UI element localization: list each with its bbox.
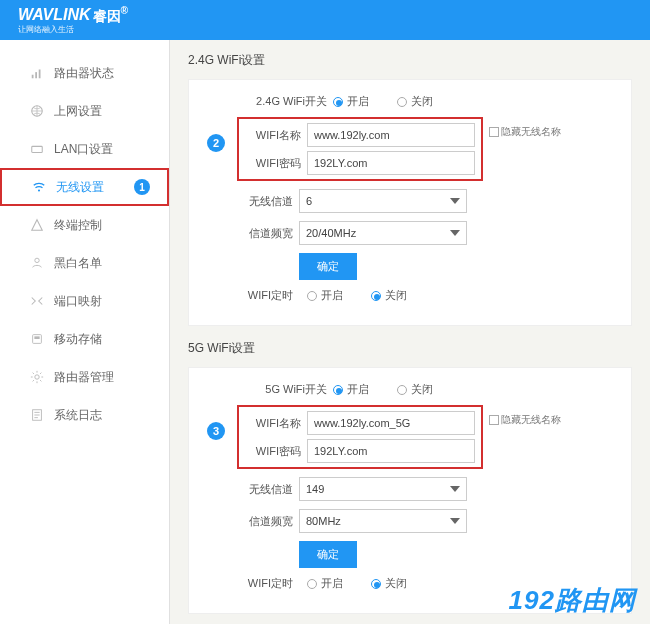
sidebar-item-storage[interactable]: 移动存储 (0, 320, 169, 358)
svg-rect-8 (34, 336, 39, 339)
section-title-5g: 5G WiFi设置 (188, 340, 632, 357)
label-24g-name: WIFI名称 (245, 128, 301, 143)
select-5g-channel[interactable]: 149 (299, 477, 467, 501)
terminal-icon (30, 218, 44, 232)
app-header: WAVLINK睿因® 让网络融入生活 (0, 0, 650, 40)
storage-icon (30, 332, 44, 346)
svg-rect-1 (35, 72, 37, 78)
svg-rect-4 (32, 146, 43, 152)
select-24g-channel[interactable]: 6 (299, 189, 467, 213)
checkbox-5g-hide[interactable]: 隐藏无线名称 (489, 413, 561, 427)
highlight-24g: WIFI名称 WIFI密码 (237, 117, 483, 181)
content-area: 2.4G WiFi设置 2 2.4G WiFi开关 开启 关闭 WIFI名称 (170, 40, 650, 624)
svg-rect-0 (32, 75, 34, 79)
radio-5g-timer-off[interactable]: 关闭 (371, 576, 407, 591)
sidebar-label: 端口映射 (54, 293, 102, 310)
svg-point-9 (35, 375, 39, 379)
sidebar-item-portmap[interactable]: 端口映射 (0, 282, 169, 320)
globe-icon (30, 104, 44, 118)
sidebar-item-admin[interactable]: 路由器管理 (0, 358, 169, 396)
sidebar-label: LAN口设置 (54, 141, 113, 158)
lan-icon (30, 142, 44, 156)
select-24g-bw[interactable]: 20/40MHz (299, 221, 467, 245)
sidebar-item-wireless[interactable]: 无线设置 1 (0, 168, 169, 206)
label-5g-name: WIFI名称 (245, 416, 301, 431)
label-5g-switch: 5G WiFi开关 (237, 382, 327, 397)
sidebar-item-status[interactable]: 路由器状态 (0, 54, 169, 92)
gear-icon (30, 370, 44, 384)
sidebar-label: 无线设置 (56, 179, 104, 196)
sidebar-item-blacklist[interactable]: 黑白名单 (0, 244, 169, 282)
sidebar-item-terminal[interactable]: 终端控制 (0, 206, 169, 244)
watermark: 192路由网 (509, 583, 636, 618)
panel-5g: 3 5G WiFi开关 开启 关闭 WIFI名称 (188, 367, 632, 614)
input-24g-pwd[interactable] (307, 151, 475, 175)
label-24g-switch: 2.4G WiFi开关 (237, 94, 327, 109)
radio-24g-timer-off[interactable]: 关闭 (371, 288, 407, 303)
sidebar-label: 终端控制 (54, 217, 102, 234)
input-5g-name[interactable] (307, 411, 475, 435)
sidebar-label: 黑白名单 (54, 255, 102, 272)
label-5g-bw: 信道频宽 (237, 514, 293, 529)
sidebar-label: 上网设置 (54, 103, 102, 120)
status-icon (30, 66, 44, 80)
radio-5g-on[interactable]: 开启 (333, 382, 369, 397)
radio-24g-timer-on[interactable]: 开启 (307, 288, 343, 303)
label-5g-channel: 无线信道 (237, 482, 293, 497)
sidebar-item-lan[interactable]: LAN口设置 (0, 130, 169, 168)
sidebar-label: 路由器管理 (54, 369, 114, 386)
label-24g-pwd: WIFI密码 (245, 156, 301, 171)
sidebar-label: 系统日志 (54, 407, 102, 424)
radio-5g-off[interactable]: 关闭 (397, 382, 433, 397)
step-badge-1: 1 (134, 179, 150, 195)
section-title-24g: 2.4G WiFi设置 (188, 52, 632, 69)
highlight-5g: WIFI名称 WIFI密码 (237, 405, 483, 469)
input-24g-name[interactable] (307, 123, 475, 147)
checkbox-24g-hide[interactable]: 隐藏无线名称 (489, 125, 561, 139)
portmap-icon (30, 294, 44, 308)
row-24g-switch: 2.4G WiFi开关 开启 关闭 (237, 94, 613, 109)
wifi-icon (32, 180, 46, 194)
sidebar-item-internet[interactable]: 上网设置 (0, 92, 169, 130)
label-24g-channel: 无线信道 (237, 194, 293, 209)
step-badge-2: 2 (207, 134, 225, 152)
radio-24g-off[interactable]: 关闭 (397, 94, 433, 109)
svg-rect-2 (39, 70, 41, 79)
sidebar-item-syslog[interactable]: 系统日志 (0, 396, 169, 434)
select-5g-bw[interactable]: 80MHz (299, 509, 467, 533)
label-24g-bw: 信道频宽 (237, 226, 293, 241)
panel-24g: 2 2.4G WiFi开关 开启 关闭 WIFI名称 (188, 79, 632, 326)
step-badge-3: 3 (207, 422, 225, 440)
input-5g-pwd[interactable] (307, 439, 475, 463)
svg-point-6 (35, 258, 39, 262)
sidebar-label: 路由器状态 (54, 65, 114, 82)
sidebar: 路由器状态 上网设置 LAN口设置 无线设置 1 终端控制 黑白名单 端口映射 (0, 40, 170, 624)
row-5g-switch: 5G WiFi开关 开启 关闭 (237, 382, 613, 397)
btn-5g-confirm[interactable]: 确定 (299, 541, 357, 568)
sidebar-label: 移动存储 (54, 331, 102, 348)
btn-24g-confirm[interactable]: 确定 (299, 253, 357, 280)
label-24g-timer: WIFI定时 (237, 288, 293, 303)
svg-point-5 (38, 189, 40, 191)
label-5g-timer: WIFI定时 (237, 576, 293, 591)
radio-5g-timer-on[interactable]: 开启 (307, 576, 343, 591)
label-5g-pwd: WIFI密码 (245, 444, 301, 459)
radio-24g-on[interactable]: 开启 (333, 94, 369, 109)
log-icon (30, 408, 44, 422)
list-icon (30, 256, 44, 270)
brand-logo: WAVLINK睿因® 让网络融入生活 (18, 5, 128, 34)
